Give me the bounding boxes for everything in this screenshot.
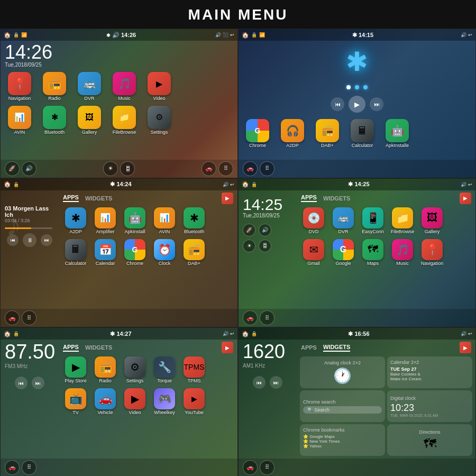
app-gallery-1[interactable]: 🖼 Gallery: [74, 106, 105, 135]
prev-btn-2[interactable]: ⏮: [331, 97, 344, 111]
next-btn-3[interactable]: ⏭: [41, 234, 52, 246]
next-btn-2[interactable]: ⏭: [370, 97, 383, 111]
car-btn-5[interactable]: 🚗: [5, 460, 20, 475]
app-youtube-5[interactable]: ▶ YouTube: [180, 388, 208, 416]
app-maps-4[interactable]: 🗺 Maps: [359, 239, 387, 267]
play-btn-2[interactable]: ▶: [349, 96, 365, 113]
play-store-btn-6[interactable]: ▶: [460, 342, 471, 353]
tab-apps-6[interactable]: APPS: [301, 344, 317, 351]
car-btn-3[interactable]: 🚗: [5, 310, 20, 325]
car-btn-1[interactable]: 🚗: [202, 161, 216, 176]
app-radio-5[interactable]: 📻 Radio: [91, 356, 119, 384]
tab-apps-3[interactable]: APPS: [63, 194, 79, 202]
app-tv-5[interactable]: 📺 TV: [62, 388, 89, 416]
brightness-btn-4[interactable]: ☀: [243, 240, 255, 252]
radio-prev-btn[interactable]: ⏮: [15, 377, 28, 389]
app-torque-5[interactable]: 🔧 Torque: [151, 356, 178, 384]
app-radio-1[interactable]: 📻 Radio: [39, 72, 70, 102]
rocket-btn-1[interactable]: 🚀: [5, 161, 20, 176]
back-icon-5[interactable]: ↩: [230, 331, 234, 336]
app-a2dp-3[interactable]: ✱ A2DP: [62, 207, 89, 235]
tab-widgets-4[interactable]: WIDGETS: [323, 195, 350, 202]
app-calendar-3[interactable]: 📅 Calendar: [91, 239, 119, 267]
back-icon-2[interactable]: ↩: [468, 32, 472, 38]
play-store-btn-5[interactable]: ▶: [222, 342, 233, 353]
app-dvr-1[interactable]: 🚌 DVR: [74, 72, 105, 102]
app-bluetooth-1[interactable]: ✱ Bluetooth: [39, 106, 70, 135]
play-store-btn-4[interactable]: ▶: [460, 193, 471, 204]
volume-btn-1[interactable]: 🔊: [22, 161, 36, 176]
app-calculator-2[interactable]: 🖩 Calculator: [346, 119, 378, 149]
tab-apps-4[interactable]: APPS: [301, 194, 317, 202]
back-icon-3[interactable]: ↩: [230, 182, 234, 187]
app-playstore-5[interactable]: ▶ Play Store: [62, 356, 89, 384]
app-apkinstaller-2[interactable]: 🤖 ApkInstalle: [381, 119, 413, 149]
tab-apps-5[interactable]: APPS: [63, 344, 79, 352]
car-btn-2[interactable]: 🚗: [243, 161, 258, 176]
app-music-1[interactable]: 🎵 Music: [108, 72, 140, 102]
radio-next-btn[interactable]: ⏭: [32, 377, 44, 389]
back-icon-1[interactable]: ↩: [230, 32, 234, 38]
app-tpms-5[interactable]: TPMS TPMS: [180, 356, 208, 384]
tab-widgets-6[interactable]: WIDGETS: [323, 344, 350, 352]
app-video-5[interactable]: ▶ Video: [121, 388, 149, 416]
am-prev-btn[interactable]: ⏮: [253, 376, 266, 389]
car-btn-6[interactable]: 🚗: [243, 460, 258, 475]
apps-btn-6[interactable]: ⠿: [260, 460, 274, 475]
brightness-btn-1[interactable]: ☀: [103, 161, 118, 176]
widget-directions[interactable]: Directions 🗺: [387, 424, 472, 456]
home-icon-6[interactable]: 🏠: [242, 331, 249, 337]
app-dvr-4[interactable]: 🚌 DVR: [329, 207, 357, 235]
app-wheelkey-5[interactable]: 🎮 Wheelkey: [151, 388, 178, 416]
play-btn-3[interactable]: ⏸: [23, 233, 36, 247]
eq-btn-4[interactable]: 🎛: [259, 240, 271, 252]
volume-btn-4[interactable]: 🔊: [259, 224, 271, 236]
app-settings-1[interactable]: ⚙ Settings: [143, 106, 175, 135]
back-icon-6[interactable]: ↩: [468, 331, 472, 336]
apps-btn-1[interactable]: ⠿: [218, 161, 233, 176]
home-icon-1[interactable]: 🏠: [4, 32, 11, 39]
widget-digital-clock[interactable]: Digital clock 10:23 TUE, MAR 03 2015, 6:…: [387, 390, 472, 422]
app-clock-3[interactable]: ⏰ Clock: [151, 239, 178, 267]
app-apkinstall-3[interactable]: 🤖 ApkInstall: [121, 207, 149, 235]
app-bluetooth-3[interactable]: ✱ Bluetooth: [180, 207, 208, 235]
app-dab-3[interactable]: 📻 DAB+: [180, 239, 208, 267]
app-avin-3[interactable]: 📊 AVIN: [151, 207, 178, 235]
app-amplifier-3[interactable]: 📊 Amplifier: [91, 207, 119, 235]
apps-btn-4[interactable]: ⠿: [260, 310, 274, 325]
tab-widgets-5[interactable]: WIDGETS: [85, 344, 112, 351]
widget-analog-clock[interactable]: Analog clock 2×2 🕐: [300, 356, 385, 388]
app-google-4[interactable]: G Google: [329, 239, 357, 267]
tab-widgets-3[interactable]: WIDGETS: [85, 195, 112, 202]
app-chrome-3[interactable]: G Chrome: [121, 239, 149, 267]
apps-btn-2[interactable]: ⠿: [260, 161, 274, 176]
home-icon-4[interactable]: 🏠: [242, 181, 249, 188]
apps-btn-5[interactable]: ⠿: [22, 460, 36, 475]
app-settings-5[interactable]: ⚙ Settings: [121, 356, 149, 384]
play-store-btn-3[interactable]: ▶: [222, 193, 233, 204]
rocket-btn-4[interactable]: 🚀: [243, 224, 255, 236]
app-avin-1[interactable]: 📊 AVIN: [4, 106, 35, 135]
eq-btn-1[interactable]: 🎛: [120, 161, 135, 176]
apps-btn-3[interactable]: ⠿: [22, 310, 36, 325]
app-gallery-4[interactable]: 🖼 Gallery: [418, 207, 446, 235]
home-icon-2[interactable]: 🏠: [242, 32, 249, 39]
app-dab-2[interactable]: 📻 DAB+: [312, 119, 343, 149]
app-dvd-4[interactable]: 💿 DVD: [300, 207, 327, 235]
widget-chrome-search[interactable]: Chrome search 🔍 Search: [300, 390, 385, 422]
widget-calendar[interactable]: Calendar 2×2 TUE Sep 27 Bake Cookies & M…: [387, 356, 472, 388]
back-icon-4[interactable]: ↩: [468, 182, 472, 187]
app-easyconn-4[interactable]: 📱 EasyConn: [359, 207, 387, 235]
app-calculator-3[interactable]: 🖩 Calculator: [62, 239, 89, 267]
app-chrome-2[interactable]: G Chrome: [242, 119, 273, 149]
app-navigation-4[interactable]: 📍 Navigation: [418, 239, 446, 267]
widget-chrome-bookmarks[interactable]: Chrome bookmarks ⭐ Google Maps ⭐ New Yor…: [300, 424, 385, 456]
app-a2dp-2[interactable]: 🎧 A2DP: [277, 119, 308, 149]
car-btn-4[interactable]: 🚗: [243, 310, 258, 325]
app-vehicle-5[interactable]: 🚗 Vehicle: [91, 388, 119, 416]
app-navigation[interactable]: 📍 Navigation: [4, 72, 35, 102]
app-music-4[interactable]: 🎵 Music: [389, 239, 416, 267]
app-video-1[interactable]: ▶ Video: [143, 72, 175, 102]
app-gmail-4[interactable]: ✉ Gmail: [300, 239, 327, 267]
app-filebrowse-4[interactable]: 📁 FileBrowse: [389, 207, 416, 235]
